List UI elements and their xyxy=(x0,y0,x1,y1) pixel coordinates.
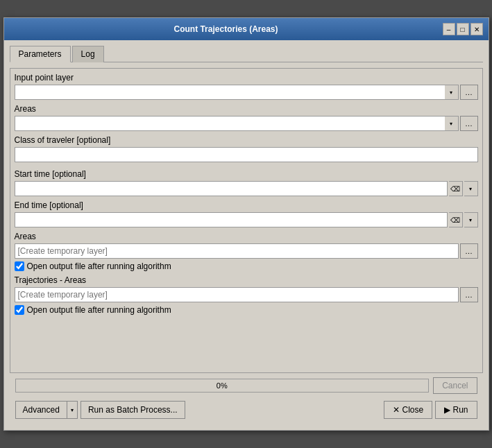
trajectories-browse-button[interactable]: … xyxy=(460,287,478,302)
window-title: Count Trajectories (Areas) xyxy=(10,24,443,34)
areas-input-combo-wrapper: ⬛ Area Layer [EPSG:3879] ▾ xyxy=(15,116,459,131)
end-time-input-wrapper: 7.7.2024 14.00 xyxy=(15,212,448,227)
main-window: Count Trajectories (Areas) – □ ✕ Paramet… xyxy=(3,17,489,431)
tab-parameters[interactable]: Parameters xyxy=(10,46,71,62)
tab-bar: Parameters Log xyxy=(10,46,483,62)
areas-output-label: Areas xyxy=(15,232,478,241)
trajectories-output-input[interactable] xyxy=(15,287,459,302)
start-time-label: Start time [optional] xyxy=(15,169,478,179)
end-time-input[interactable]: 7.7.2024 14.00 xyxy=(18,215,444,225)
progress-row: 0% Cancel xyxy=(10,373,483,398)
tab-log[interactable]: Log xyxy=(72,46,104,62)
parameters-scroll-area: Input point layer ⊹ 2024-07-07 [EPSG:387… xyxy=(10,68,483,373)
content-area: Parameters Log Input point layer ⊹ 2024-… xyxy=(4,40,489,430)
end-time-row: 7.7.2024 14.00 ⌫ ▾ xyxy=(15,212,478,227)
open-output-checkbox-1-label: Open output file after running algorithm xyxy=(27,261,171,271)
areas-output-browse-button[interactable]: … xyxy=(460,243,478,259)
areas-input-field[interactable]: ⬛ Area Layer [EPSG:3879] xyxy=(15,116,459,131)
cancel-button[interactable]: Cancel xyxy=(433,377,477,394)
open-output-checkbox-row-1: Open output file after running algorithm xyxy=(15,261,478,271)
input-point-layer-arrow[interactable]: ▾ xyxy=(445,85,459,100)
class-traveler-input[interactable]: LABEL_CAR xyxy=(15,147,478,162)
progress-bar-container: 0% xyxy=(15,379,430,393)
areas-input-row: ⬛ Area Layer [EPSG:3879] ▾ … xyxy=(15,116,478,131)
bottom-bar: Advanced ▾ Run as Batch Process... ✕ Clo… xyxy=(10,398,483,424)
batch-process-button[interactable]: Run as Batch Process... xyxy=(80,401,185,419)
advanced-button[interactable]: Advanced xyxy=(15,401,67,419)
start-time-row: 7.7.2024 12.00 ⌫ ▾ xyxy=(15,181,478,196)
start-time-input[interactable]: 7.7.2024 12.00 xyxy=(18,184,444,193)
class-traveler-label: Class of traveler [optional] xyxy=(15,135,478,145)
title-bar-buttons: – □ ✕ xyxy=(443,23,483,35)
areas-input-arrow[interactable]: ▾ xyxy=(445,116,459,131)
maximize-button[interactable]: □ xyxy=(457,23,469,35)
input-point-layer-input[interactable]: ⊹ 2024-07-07 [EPSG:3879] xyxy=(15,85,459,100)
areas-input-browse-button[interactable]: … xyxy=(460,116,478,131)
start-time-input-wrapper: 7.7.2024 12.00 xyxy=(15,181,448,196)
open-output-checkbox-row-2: Open output file after running algorithm xyxy=(15,305,478,315)
title-bar: Count Trajectories (Areas) – □ ✕ xyxy=(4,18,489,40)
minimize-button[interactable]: – xyxy=(443,23,455,35)
close-button[interactable]: ✕ Close xyxy=(384,401,432,419)
open-output-checkbox-1[interactable] xyxy=(15,261,24,271)
advanced-button-wrapper: Advanced ▾ xyxy=(15,401,78,419)
end-time-dropdown-button[interactable]: ▾ xyxy=(464,212,478,227)
start-time-dropdown-button[interactable]: ▾ xyxy=(464,181,478,196)
progress-label: 0% xyxy=(217,381,228,390)
trajectories-output-row: … xyxy=(15,287,478,302)
input-point-layer-combo-wrapper: ⊹ 2024-07-07 [EPSG:3879] ▾ xyxy=(15,85,459,100)
open-output-checkbox-2-label: Open output file after running algorithm xyxy=(27,305,171,315)
advanced-dropdown-arrow[interactable]: ▾ xyxy=(67,401,78,419)
input-point-layer-browse-button[interactable]: … xyxy=(460,85,478,100)
run-button[interactable]: ▶ Run xyxy=(435,401,477,419)
class-traveler-row: LABEL_CAR xyxy=(15,147,478,165)
window-close-button[interactable]: ✕ xyxy=(470,23,483,35)
areas-output-row: … xyxy=(15,243,478,259)
start-time-clear-button[interactable]: ⌫ xyxy=(449,181,463,196)
areas-output-input[interactable] xyxy=(15,243,459,259)
input-point-layer-row: ⊹ 2024-07-07 [EPSG:3879] ▾ … xyxy=(15,85,478,100)
areas-input-label: Areas xyxy=(15,104,478,114)
input-point-layer-label: Input point layer xyxy=(15,73,478,83)
trajectories-areas-label: Trajectories - Areas xyxy=(15,275,478,285)
end-time-clear-button[interactable]: ⌫ xyxy=(449,212,463,227)
end-time-label: End time [optional] xyxy=(15,200,478,210)
open-output-checkbox-2[interactable] xyxy=(15,305,24,315)
